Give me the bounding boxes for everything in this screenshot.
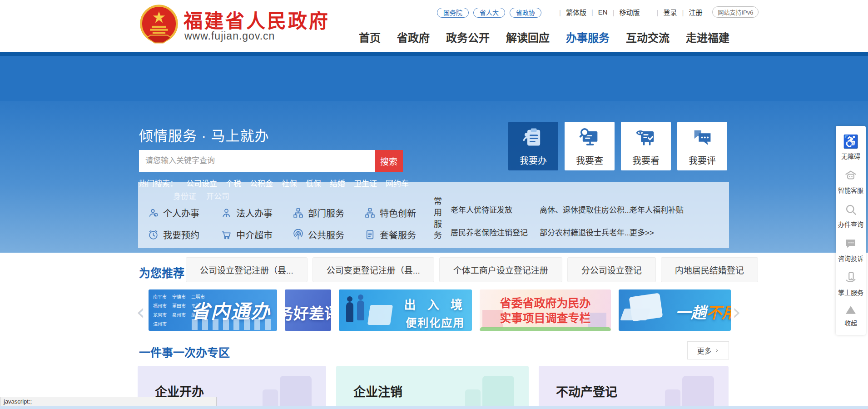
- map-city-label: 龙岩市: [153, 311, 167, 318]
- wheelchair-icon: ♿: [843, 135, 859, 148]
- chat-dots-icon: [844, 237, 858, 250]
- main-nav: 首页省政府政务公开解读回应办事服务互动交流走进福建: [359, 29, 729, 45]
- sidebar-item-mobile-service[interactable]: 掌上服务: [838, 267, 863, 301]
- action-buttons: 我要办 我要查 我要看 我要评: [508, 122, 727, 170]
- language-link[interactable]: 移动版: [608, 7, 640, 17]
- carousel-prev-arrow[interactable]: ‹: [136, 301, 145, 323]
- common-services-links: 老年人优待证发放离休、退休提取住房公积...老年人福利补贴居民养老保险注销登记部…: [451, 204, 684, 238]
- hot-search-words: 公司设立个税公积金社保低保结婚卫生证网约车: [186, 177, 409, 189]
- footer-top-strip: [0, 406, 868, 409]
- clipboard-icon: [521, 125, 545, 149]
- hot-search-word[interactable]: 卫生证: [354, 177, 377, 189]
- recommend-button[interactable]: 内地居民结婚登记: [661, 257, 758, 282]
- recommend-button[interactable]: 个体工商户设立登记注册: [439, 257, 562, 282]
- map-city-label: 福州市: [153, 302, 167, 309]
- common-service-link[interactable]: 老年人优待证发放: [451, 204, 540, 215]
- site-title: 福建省人民政府: [184, 5, 330, 33]
- carousel-next-arrow[interactable]: ›: [732, 301, 741, 323]
- nav-item[interactable]: 互动交流: [626, 29, 670, 45]
- service-label: 公共服务: [308, 228, 344, 241]
- person-icon: [148, 207, 159, 219]
- topbar: 国务院省人大省政协 繁体版EN移动版 登录注册 网站支持IPv6: [437, 6, 759, 18]
- auth-link[interactable]: 注册: [677, 7, 703, 17]
- service-hall-banner: 全国一体化在线政务服务平台 福建省网上办事大厅 鲤城区 专题导航 特色专栏: [0, 56, 868, 101]
- common-service-link[interactable]: 居民养老保险注销登记: [451, 226, 540, 238]
- nav-item[interactable]: 办事服务: [566, 29, 610, 45]
- map-city-label: 莆田市: [172, 302, 186, 309]
- sidebar-item-label: 智能客服: [838, 185, 863, 195]
- fujian-gov-service-portal: { "header": { "site_title": "福建省人民政府", "…: [0, 0, 868, 409]
- nav-item[interactable]: 政务公开: [446, 29, 490, 45]
- hot-search-word[interactable]: 公司设立: [186, 177, 217, 189]
- service-appointment[interactable]: 我要预约: [148, 228, 199, 241]
- site-header: 福建省人民政府 www.fujian.gov.cn 国务院省人大省政协 繁体版E…: [0, 0, 868, 52]
- one-thing-more-button[interactable]: 更多: [687, 341, 729, 359]
- hot-search-word[interactable]: 个税: [226, 177, 241, 189]
- sidebar-item-consult-complaint[interactable]: 咨询投诉: [838, 233, 863, 267]
- hot-search-word[interactable]: 网约车: [386, 177, 409, 189]
- quick-link-pill[interactable]: 省人大: [473, 8, 505, 18]
- nav-item[interactable]: 首页: [359, 29, 381, 45]
- card-real-estate-registration[interactable]: 不动产登记 不动产交易、办税、登记 全过程“一窗受理、一...: [539, 366, 729, 409]
- banner-title: 出 入 境 便利化应用: [404, 295, 466, 330]
- national-emblem-logo: [138, 4, 180, 46]
- hot-search-word[interactable]: 低保: [306, 177, 321, 189]
- auth-link[interactable]: 登录: [652, 7, 677, 17]
- search-button[interactable]: 搜索: [375, 150, 403, 172]
- common-service-link[interactable]: 部分农村籍退役士兵老年...: [540, 226, 630, 238]
- banner-service-rating[interactable]: 务好差评: [285, 289, 331, 331]
- banner-title: 务好差评: [285, 301, 331, 324]
- recommend-button[interactable]: 分公司设立登记: [567, 257, 656, 282]
- service-label: 特色创新: [380, 206, 416, 219]
- service-label: 法人办事: [236, 206, 273, 219]
- quick-link-pill[interactable]: 国务院: [437, 8, 469, 18]
- nav-item[interactable]: 走进福建: [686, 29, 729, 45]
- browser-status-bar: javascript:;: [0, 397, 217, 406]
- service-label: 套餐服务: [380, 228, 416, 241]
- hot-search-word[interactable]: 公积金: [250, 177, 273, 189]
- search-input[interactable]: [139, 150, 375, 172]
- recommend-button[interactable]: 公司变更登记注册（县...: [312, 257, 434, 282]
- nav-item[interactable]: 解读回应: [506, 29, 550, 45]
- common-service-link[interactable]: 老年人福利补贴: [630, 204, 684, 215]
- common-service-link[interactable]: 更多>>: [630, 226, 684, 238]
- common-service-link[interactable]: 离休、退休提取住房公积...: [540, 204, 630, 215]
- service-corporate[interactable]: 法人办事: [221, 206, 273, 219]
- service-personal[interactable]: 个人办事: [148, 206, 199, 219]
- service-public[interactable]: 公共服务: [293, 228, 344, 241]
- sidebar-item-label: 收起: [844, 318, 857, 327]
- sidebar-item-case-query[interactable]: 办件查询: [838, 199, 863, 233]
- sidebar-item-accessibility[interactable]: ♿ 无障碍: [841, 131, 860, 165]
- recommend-button[interactable]: 公司设立登记注册（县...: [186, 257, 308, 282]
- banner-province-wide-service[interactable]: 南平市宁德市三明市福州市莆田市平潭龙岩市泉州市厦门市漳州市 省内通办: [149, 289, 277, 331]
- banner-livelihood-survey-column[interactable]: 省委省政府为民办 实事项目调查专栏: [480, 289, 611, 331]
- action-i-want-to-view[interactable]: 我要看: [621, 122, 671, 170]
- service-package[interactable]: 套餐服务: [364, 228, 416, 241]
- hot-search-word[interactable]: 结婚: [330, 177, 345, 189]
- nav-item[interactable]: 省政府: [397, 29, 430, 45]
- service-agency-market[interactable]: 中介超市: [221, 228, 273, 241]
- hot-search-word[interactable]: 社保: [282, 177, 297, 189]
- map-city-label: 泉州市: [172, 311, 186, 318]
- sidebar-item-smart-service[interactable]: 智能客服: [838, 165, 863, 199]
- sidebar-item-label: 掌上服务: [838, 288, 863, 297]
- action-i-want-to-apply[interactable]: 我要办: [508, 122, 558, 170]
- language-link[interactable]: EN: [586, 8, 608, 16]
- language-links: 繁体版EN移动版: [554, 7, 640, 17]
- building-graphic: [682, 376, 714, 409]
- language-link[interactable]: 繁体版: [554, 7, 586, 17]
- banner-one-trip-not-needed[interactable]: 一趟不用: [619, 289, 731, 331]
- quick-link-pill[interactable]: 省政协: [510, 8, 541, 18]
- more-label: 更多: [697, 345, 711, 356]
- phone-in-hand-icon: [844, 271, 858, 284]
- one-thing-cards: 企业开办 企业注销 企业注销一窗通办，减少企业跑动次数 不动产登记 不动产交易、…: [138, 366, 729, 409]
- card-business-deregistration[interactable]: 企业注销 企业注销一窗通办，减少企业跑动次数: [336, 366, 529, 409]
- banner-entry-exit-convenience[interactable]: 出 入 境 便利化应用: [339, 289, 472, 331]
- sidebar-item-collapse[interactable]: 收起: [844, 301, 857, 331]
- ipv6-badge: 网站支持IPv6: [712, 6, 759, 18]
- service-department[interactable]: 部门服务: [293, 206, 344, 219]
- service-innovation[interactable]: 特色创新: [364, 206, 416, 219]
- action-label: 我要看: [632, 154, 660, 167]
- action-i-want-to-query[interactable]: 我要查: [565, 122, 615, 170]
- action-i-want-to-review[interactable]: 我要评: [677, 122, 727, 170]
